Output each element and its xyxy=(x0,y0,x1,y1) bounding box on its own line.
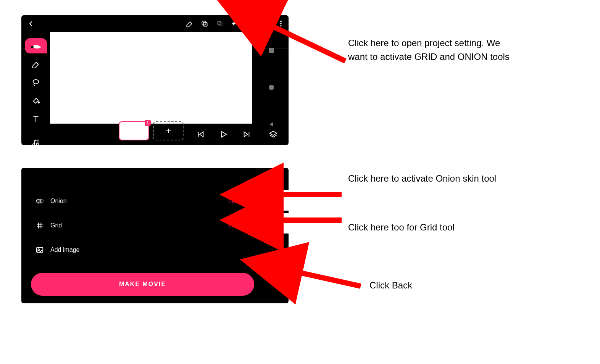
svg-point-13 xyxy=(269,85,274,90)
layers-icon[interactable] xyxy=(262,124,285,145)
play-icon[interactable] xyxy=(214,124,233,145)
top-toolbar xyxy=(21,15,289,32)
grid-label: Grid xyxy=(47,222,228,229)
editor-screenshot: 1 xyxy=(21,15,289,145)
eraser-toggle-icon[interactable] xyxy=(182,15,197,32)
svg-point-4 xyxy=(280,21,282,22)
setting-row-add-image[interactable]: Add image xyxy=(29,238,263,262)
onion-edit-link[interactable]: Edit xyxy=(228,198,237,204)
image-icon xyxy=(33,246,47,254)
setting-row-onion: Onion Edit xyxy=(29,189,263,213)
redo-icon[interactable] xyxy=(243,15,258,32)
left-toolbar xyxy=(21,38,50,145)
settings-screenshot: Onion Edit Grid Edit Add image MAKE MOVI… xyxy=(21,168,289,303)
settings-list: Onion Edit Grid Edit Add image xyxy=(29,189,263,262)
onion-toggle[interactable] xyxy=(241,196,260,206)
back-button[interactable] xyxy=(21,20,40,27)
more-menu-icon[interactable] xyxy=(273,15,289,32)
onion-label: Onion xyxy=(47,198,228,205)
add-image-label: Add image xyxy=(47,246,260,253)
svg-point-11 xyxy=(36,143,38,145)
grid-toggle[interactable] xyxy=(241,221,260,230)
setting-row-grid: Grid Edit xyxy=(29,213,263,238)
svg-point-10 xyxy=(32,144,35,145)
drawing-canvas[interactable] xyxy=(50,32,252,124)
grid-edit-link[interactable]: Edit xyxy=(228,222,237,229)
select-icon[interactable] xyxy=(197,15,212,32)
undo-icon[interactable] xyxy=(227,15,243,32)
brush-tool[interactable] xyxy=(25,38,47,53)
nav-square-icon[interactable] xyxy=(273,202,279,208)
frame-badge: 1 xyxy=(145,120,151,126)
svg-point-22 xyxy=(274,231,279,237)
note-grid: Click here too for Grid tool xyxy=(348,221,512,234)
onion-icon xyxy=(33,197,47,205)
note-back: Click Back xyxy=(369,279,484,292)
svg-point-8 xyxy=(33,80,39,84)
playback-controls xyxy=(191,124,256,145)
eraser-tool[interactable] xyxy=(25,56,47,72)
add-frame-button[interactable] xyxy=(153,121,184,140)
lasso-tool[interactable] xyxy=(25,75,47,90)
fullscreen-icon[interactable] xyxy=(258,15,273,32)
arrow-to-back-nav xyxy=(286,267,363,290)
frame-thumb-1[interactable]: 1 xyxy=(119,121,149,140)
right-nav-rail-2 xyxy=(269,168,284,303)
svg-point-5 xyxy=(280,23,282,24)
svg-marker-23 xyxy=(274,260,278,265)
svg-rect-0 xyxy=(202,21,206,25)
svg-rect-1 xyxy=(203,23,207,26)
rewind-start-icon[interactable] xyxy=(191,124,210,145)
make-movie-button[interactable]: MAKE MOVIE xyxy=(31,273,254,296)
nav-back-triangle-icon[interactable] xyxy=(273,259,279,266)
grid-icon xyxy=(33,222,47,229)
nav-circle-icon[interactable] xyxy=(273,231,279,237)
svg-point-9 xyxy=(38,102,39,103)
nav-circle-icon[interactable] xyxy=(268,84,274,90)
svg-point-7 xyxy=(31,46,34,48)
note-onion: Click here to activate Onion skin tool xyxy=(348,172,512,185)
text-tool[interactable] xyxy=(25,111,47,127)
svg-point-6 xyxy=(280,25,282,27)
nav-square-icon[interactable] xyxy=(268,47,274,53)
audio-tool[interactable] xyxy=(25,135,47,145)
forward-end-icon[interactable] xyxy=(237,124,256,145)
svg-rect-12 xyxy=(269,48,274,53)
svg-line-31 xyxy=(292,271,361,286)
note-open-settings: Click here to open project setting. We w… xyxy=(348,36,512,64)
svg-rect-21 xyxy=(274,203,279,208)
copy-icon[interactable] xyxy=(212,15,227,32)
svg-marker-15 xyxy=(222,132,227,137)
fill-tool[interactable] xyxy=(25,93,47,108)
